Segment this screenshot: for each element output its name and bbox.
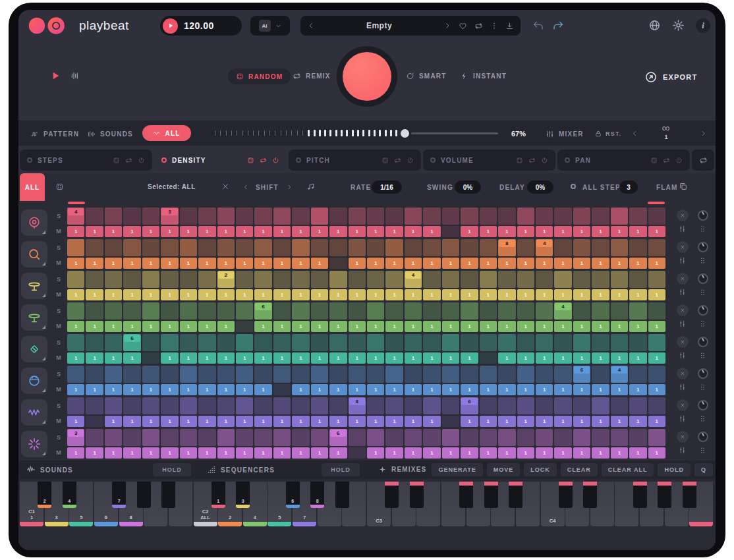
density-step-cell[interactable]	[86, 397, 103, 414]
repeat-step-cell[interactable]: 1	[217, 321, 235, 332]
repeat-step-cell[interactable]: 1	[198, 447, 215, 459]
density-step-cell[interactable]	[273, 271, 291, 288]
density-step-cell[interactable]	[554, 271, 571, 288]
repeat-step-cell[interactable]: 1	[592, 226, 609, 237]
repeat-step-cell[interactable]: 1	[423, 447, 440, 459]
density-step-cell[interactable]	[254, 429, 271, 446]
density-step-cell[interactable]	[254, 271, 271, 288]
repeat-step-cell[interactable]	[442, 226, 459, 237]
clear-track-button[interactable]	[677, 399, 689, 411]
repeat-step-cell[interactable]: 1	[86, 289, 103, 300]
density-step-cell[interactable]	[217, 397, 235, 414]
clear-track-button[interactable]	[677, 241, 689, 253]
repeat-step-cell[interactable]: 1	[254, 258, 271, 269]
density-step-cell[interactable]: 3	[161, 208, 178, 225]
density-step-cell[interactable]	[161, 366, 178, 383]
repeat-step-cell[interactable]: 1	[517, 447, 534, 459]
repeat-step-cell[interactable]: 1	[385, 352, 403, 364]
repeat-step-cell[interactable]: 1	[442, 321, 459, 332]
density-step-cell[interactable]	[423, 366, 440, 383]
repeat-step-cell[interactable]: 1	[517, 321, 534, 332]
repeat-step-cell[interactable]: 1	[648, 384, 665, 395]
repeat-step-cell[interactable]: 1	[442, 352, 459, 364]
repeat-step-cell[interactable]: 1	[611, 447, 628, 459]
density-step-cell[interactable]	[442, 397, 459, 414]
repeat-step-cell[interactable]: 1	[105, 289, 122, 300]
density-step-cell[interactable]	[105, 429, 122, 446]
repeat-step-cell[interactable]: 1	[592, 352, 609, 364]
repeat-step-cell[interactable]: 1	[385, 416, 403, 427]
repeat-step-cell[interactable]: 1	[86, 352, 103, 364]
density-step-cell[interactable]	[123, 302, 140, 320]
delay-value[interactable]: 0%	[527, 181, 553, 194]
density-step-cell[interactable]	[329, 208, 347, 225]
tab-dice-icon[interactable]	[381, 157, 389, 164]
repeat-step-cell[interactable]: 1	[385, 384, 403, 395]
density-step-cell[interactable]	[498, 366, 515, 383]
black-key[interactable]	[410, 482, 424, 508]
track-drag-handle[interactable]	[698, 225, 707, 233]
repeat-step-cell[interactable]: 1	[329, 447, 347, 459]
density-step-cell[interactable]	[385, 239, 403, 256]
repeat-step-cell[interactable]: 1	[161, 289, 178, 300]
black-key[interactable]	[385, 482, 399, 508]
repeat-step-cell[interactable]: 1	[405, 416, 422, 427]
density-step-cell[interactable]	[498, 397, 515, 414]
density-step-cell[interactable]	[592, 271, 609, 288]
play-button[interactable]	[50, 70, 61, 81]
repeat-step-cell[interactable]: 1	[86, 447, 103, 459]
track-select-button[interactable]	[21, 431, 47, 457]
repeat-step-cell[interactable]: 1	[105, 416, 122, 427]
repeat-step-cell[interactable]: 1	[554, 447, 571, 459]
density-step-cell[interactable]: 8	[498, 239, 515, 256]
black-key[interactable]: 3	[236, 482, 250, 508]
repeat-step-cell[interactable]: 1	[648, 321, 665, 332]
repeat-step-cell[interactable]: 1	[536, 258, 553, 269]
black-key[interactable]	[583, 482, 597, 508]
preset-save-icon[interactable]	[505, 22, 514, 30]
tab-refresh-icon[interactable]	[260, 157, 267, 164]
repeat-step-cell[interactable]: 1	[536, 321, 553, 332]
density-step-cell[interactable]	[423, 208, 440, 225]
repeat-step-cell[interactable]: 1	[629, 416, 646, 427]
repeat-step-cell[interactable]: 1	[292, 289, 309, 300]
repeat-step-cell[interactable]: 1	[461, 258, 478, 269]
repeat-step-cell[interactable]: 1	[573, 321, 590, 332]
repeat-step-cell[interactable]: 1	[573, 447, 590, 459]
density-step-cell[interactable]	[517, 429, 534, 446]
repeat-step-cell[interactable]: 1	[236, 352, 253, 364]
repeat-step-cell[interactable]: 1	[311, 416, 328, 427]
track-tune-icon[interactable]	[678, 351, 687, 360]
repeat-step-cell[interactable]: 1	[611, 226, 628, 237]
black-key[interactable]: 6	[286, 482, 300, 508]
density-step-cell[interactable]	[517, 239, 534, 256]
repeat-step-cell[interactable]: 1	[180, 447, 197, 459]
repeat-step-cell[interactable]: 1	[648, 226, 665, 237]
repeat-step-cell[interactable]: 1	[480, 447, 497, 459]
density-step-cell[interactable]	[67, 302, 84, 320]
density-step-cell[interactable]	[329, 366, 347, 383]
repeat-step-cell[interactable]: 1	[480, 258, 497, 269]
density-step-cell[interactable]	[292, 429, 309, 446]
clear-track-button[interactable]	[677, 336, 689, 348]
repeat-step-cell[interactable]: 1	[292, 384, 309, 395]
repeat-step-cell[interactable]: 1	[611, 321, 628, 332]
pattern-view-button[interactable]: PATTERN	[30, 130, 79, 138]
density-step-cell[interactable]	[180, 208, 197, 225]
repeat-step-cell[interactable]: 1	[273, 321, 291, 332]
repeat-step-cell[interactable]: 1	[385, 258, 403, 269]
repeat-step-cell[interactable]: 1	[180, 226, 197, 237]
repeat-step-cell[interactable]: 1	[592, 416, 609, 427]
density-step-cell[interactable]	[105, 366, 122, 383]
density-step-cell[interactable]	[349, 208, 366, 225]
reset-button[interactable]: RST.	[594, 130, 621, 138]
density-step-cell[interactable]	[423, 334, 440, 351]
density-step-cell[interactable]	[611, 239, 628, 256]
density-step-cell[interactable]	[123, 429, 140, 446]
density-step-cell[interactable]	[142, 239, 159, 256]
density-step-cell[interactable]	[648, 397, 665, 414]
density-step-cell[interactable]	[405, 208, 422, 225]
density-step-cell[interactable]	[405, 302, 422, 320]
density-step-cell[interactable]	[461, 302, 478, 320]
info-button[interactable]: i	[696, 18, 710, 33]
